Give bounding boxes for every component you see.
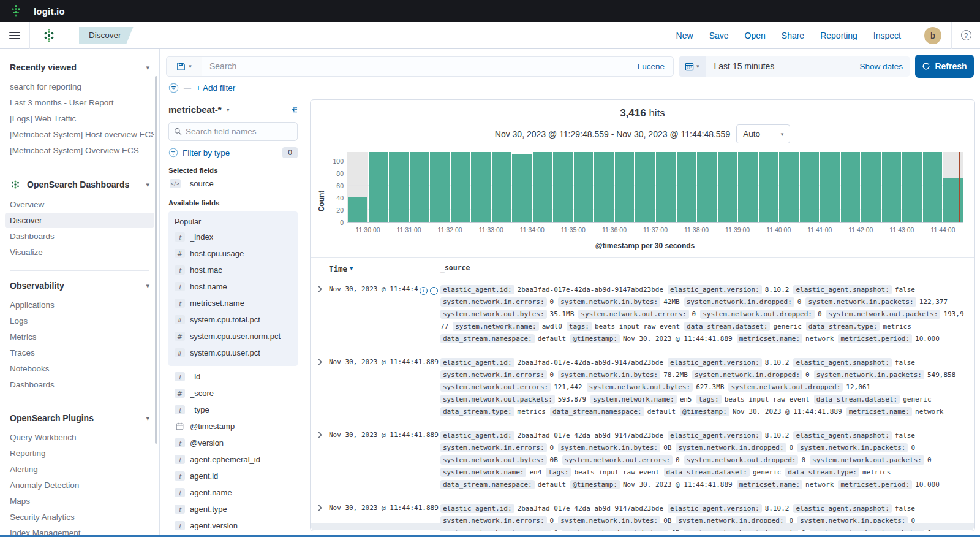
histogram-bucket[interactable]: [737, 152, 758, 222]
sidebar-item-logs[interactable]: Logs: [5, 313, 154, 329]
time-column-header[interactable]: Time ▼: [329, 262, 440, 274]
sidebar-item-notebooks[interactable]: Notebooks: [5, 361, 154, 376]
filter-out-icon[interactable]: −: [430, 287, 438, 295]
plot-area[interactable]: [347, 152, 963, 223]
sidebar-item-security-analytics[interactable]: Security Analytics: [5, 509, 154, 525]
collapse-fields-panel-icon[interactable]: [288, 105, 298, 114]
recent-item-last-3-months-user-report[interactable]: Last 3 months - User Report: [5, 95, 154, 110]
menu-icon[interactable]: [0, 22, 29, 49]
field-source[interactable]: </>_source: [168, 177, 298, 191]
field-version[interactable]: t@version: [173, 436, 293, 450]
header-link-save[interactable]: Save: [709, 31, 729, 40]
field-index[interactable]: t_index: [173, 230, 293, 244]
recent-item-search-for-reporting[interactable]: search for reporting: [5, 79, 154, 94]
histogram-bucket[interactable]: [635, 152, 655, 222]
field-agent-type[interactable]: tagent.type: [173, 502, 293, 516]
avatar[interactable]: b: [924, 27, 941, 44]
opensearch-logo-icon[interactable]: [30, 29, 68, 42]
sidebar-item-discover[interactable]: Discover: [5, 213, 154, 228]
nav-section-header-opensearch-dashboards[interactable]: OpenSearch Dashboards▾: [0, 175, 159, 194]
histogram-bucket[interactable]: [409, 152, 430, 222]
sidebar-item-query-workbench[interactable]: Query Workbench: [5, 430, 154, 445]
recently-viewed-header[interactable]: Recently viewed ▾: [0, 59, 159, 76]
field-type[interactable]: t_type: [173, 403, 293, 417]
sidebar-item-applications[interactable]: Applications: [5, 297, 154, 313]
histogram-bucket[interactable]: [429, 152, 450, 222]
header-link-new[interactable]: New: [676, 31, 693, 40]
histogram-bucket[interactable]: [552, 152, 573, 222]
histogram-bucket[interactable]: [902, 152, 922, 222]
header-link-open[interactable]: Open: [745, 31, 766, 40]
histogram-bucket[interactable]: [532, 152, 553, 222]
histogram-bucket[interactable]: [388, 152, 409, 222]
filter-icon[interactable]: [168, 83, 179, 93]
histogram-bucket[interactable]: [676, 152, 697, 222]
filter-for-icon[interactable]: +: [420, 287, 428, 295]
sidebar-item-visualize[interactable]: Visualize: [5, 245, 154, 260]
sidebar-item-alerting[interactable]: Alerting: [5, 462, 154, 477]
histogram-bucket[interactable]: [820, 152, 840, 222]
nav-section-header-opensearch-plugins[interactable]: OpenSearch Plugins▾: [0, 409, 159, 427]
sidebar-item-maps[interactable]: Maps: [5, 493, 154, 509]
sidebar-item-dashboards[interactable]: Dashboards: [5, 229, 154, 244]
field-search-input[interactable]: [186, 127, 292, 136]
histogram-bucket[interactable]: [450, 152, 471, 222]
sidebar-item-overview[interactable]: Overview: [5, 197, 154, 212]
header-link-share[interactable]: Share: [782, 31, 804, 40]
expand-row-icon[interactable]: [317, 286, 323, 346]
refresh-button[interactable]: Refresh: [915, 55, 974, 78]
horizontal-scrollbar[interactable]: [311, 523, 974, 530]
field-agent-ephemeral-id[interactable]: tagent.ephemeral_id: [173, 452, 293, 467]
histogram-bucket[interactable]: [614, 152, 635, 222]
field-metricset-name[interactable]: tmetricset.name: [173, 296, 293, 310]
time-range-value[interactable]: Last 15 minutes: [706, 61, 853, 71]
histogram-bucket[interactable]: [594, 152, 614, 222]
recent-item-metricbeat-system-host-overview-ecs[interactable]: [Metricbeat System] Host overview ECS: [5, 127, 154, 142]
recent-item-metricbeat-system-overview-ecs[interactable]: [Metricbeat System] Overview ECS: [5, 143, 154, 158]
histogram-bucket[interactable]: [861, 152, 881, 222]
expand-row-icon[interactable]: [317, 359, 323, 419]
histogram-bucket[interactable]: [943, 152, 963, 222]
histogram-bucket[interactable]: [778, 152, 799, 222]
lucene-switch[interactable]: Lucene: [629, 62, 673, 71]
sidebar-item-traces[interactable]: Traces: [5, 345, 154, 360]
header-link-reporting[interactable]: Reporting: [820, 31, 858, 40]
show-dates-button[interactable]: Show dates: [852, 62, 910, 71]
histogram-bucket[interactable]: [655, 152, 676, 222]
field-host-mac[interactable]: thost.mac: [173, 263, 293, 277]
expand-row-icon[interactable]: [317, 432, 323, 492]
field-host-cpu-usage[interactable]: #host.cpu.usage: [173, 246, 293, 261]
histogram-bucket[interactable]: [491, 152, 512, 222]
nav-section-header-observability[interactable]: Observability▾: [0, 277, 159, 294]
interval-select[interactable]: Auto ▾: [736, 124, 790, 143]
sidebar-item-reporting[interactable]: Reporting: [5, 446, 154, 461]
saved-query-menu-button[interactable]: ▾: [167, 57, 202, 76]
field-id[interactable]: t_id: [173, 370, 293, 384]
histogram-bucket[interactable]: [922, 152, 943, 222]
sidebar-scrollbar[interactable]: [155, 76, 157, 444]
index-pattern-select[interactable]: metricbeat-*: [168, 104, 222, 115]
histogram-bucket[interactable]: [881, 152, 902, 222]
date-quick-select-button[interactable]: ▾: [679, 56, 706, 77]
header-link-inspect[interactable]: Inspect: [873, 31, 901, 40]
histogram-bucket[interactable]: [470, 152, 491, 222]
histogram-bucket[interactable]: [717, 152, 738, 222]
add-filter-button[interactable]: + Add filter: [196, 83, 235, 93]
field-host-name[interactable]: thost.name: [173, 280, 293, 294]
field-score[interactable]: #_score: [173, 386, 293, 400]
sidebar-item-metrics[interactable]: Metrics: [5, 329, 154, 345]
field-agent-id[interactable]: tagent.id: [173, 469, 293, 483]
sidebar-item-dashboards[interactable]: Dashboards: [5, 377, 154, 392]
field-timestamp[interactable]: @timestamp: [173, 419, 293, 433]
field-system-cpu-total-pct[interactable]: #system.cpu.total.pct: [173, 313, 293, 327]
field-agent-version[interactable]: tagent.version: [173, 519, 293, 533]
histogram-bucket[interactable]: [573, 152, 594, 222]
histogram-bucket[interactable]: [799, 152, 820, 222]
search-input[interactable]: [202, 61, 629, 71]
filter-by-type-button[interactable]: Filter by type: [183, 148, 230, 158]
histogram-bucket[interactable]: [368, 152, 389, 222]
histogram-bucket[interactable]: [347, 152, 368, 222]
histogram-bucket[interactable]: [511, 152, 532, 222]
recent-item-logs-web-traffic[interactable]: [Logs] Web Traffic: [5, 111, 154, 126]
app-tab-discover[interactable]: Discover: [79, 27, 134, 44]
